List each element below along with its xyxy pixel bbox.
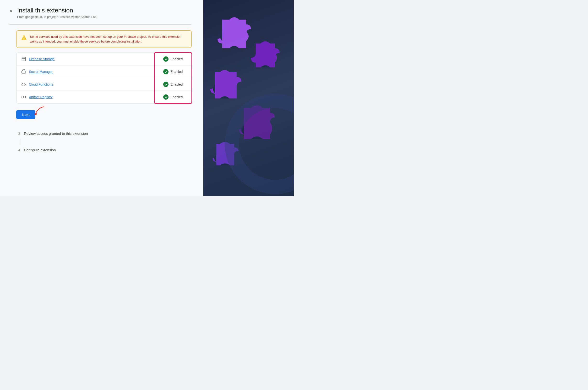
step-number-0: 3 — [16, 132, 20, 136]
page-title: Install this extension — [17, 7, 97, 14]
steps-below: 3 Review access granted to this extensio… — [16, 129, 192, 155]
service-left-3: Artifact Registry — [21, 94, 52, 100]
step-number-1: 4 — [16, 148, 20, 152]
service-status-3: Enabled — [163, 95, 187, 100]
check-circle-3 — [163, 95, 168, 100]
service-status-1: Enabled — [163, 69, 187, 74]
puzzle-piece-2 — [251, 41, 280, 67]
service-name-2[interactable]: Cloud Functions — [29, 82, 53, 86]
service-status-0: Enabled — [163, 56, 187, 62]
check-circle-1 — [163, 69, 168, 74]
check-circle-0 — [163, 56, 168, 62]
puzzle-piece-3 — [210, 70, 242, 98]
service-left-2: Cloud Functions — [21, 82, 53, 87]
check-circle-2 — [163, 82, 168, 87]
header-divider — [9, 24, 192, 25]
svg-point-2 — [23, 97, 24, 98]
service-row-3: Artifact Registry Enabled — [16, 91, 192, 103]
warning-text: Some services used by this extension hav… — [30, 34, 187, 44]
next-button[interactable]: Next — [16, 110, 35, 119]
services-container: Firebase Storage Enabled Secret Manager — [16, 52, 192, 103]
next-button-container: Next — [16, 110, 35, 119]
warning-box: ⚠️ Some services used by this extension … — [16, 30, 192, 48]
status-label-1: Enabled — [170, 70, 183, 74]
step-item-0: 3 Review access granted to this extensio… — [16, 129, 192, 138]
step-label-0: Review access granted to this extension — [24, 131, 88, 136]
service-name-1[interactable]: Secret Manager — [29, 70, 53, 74]
puzzle-scene — [203, 0, 294, 196]
left-panel: × Install this extension From googleclou… — [0, 0, 203, 196]
step-content: ⚠️ Some services used by this extension … — [16, 30, 192, 155]
service-name-3[interactable]: Artifact Registry — [29, 95, 52, 99]
service-icon-2 — [21, 82, 27, 87]
service-row-1: Secret Manager Enabled — [16, 65, 192, 78]
status-label-3: Enabled — [170, 95, 183, 99]
close-button[interactable]: × — [9, 7, 13, 15]
header: × Install this extension From googleclou… — [9, 7, 192, 19]
service-icon-3 — [21, 94, 27, 100]
status-label-2: Enabled — [170, 82, 183, 86]
page-subtitle: From googlecloud, in project 'Firestore … — [17, 15, 97, 19]
service-name-0[interactable]: Firebase Storage — [29, 57, 54, 61]
service-icon-1 — [21, 69, 27, 75]
step-label-1: Configure extension — [24, 148, 56, 152]
puzzle-svg — [203, 0, 294, 196]
service-row-2: Cloud Functions Enabled — [16, 78, 192, 91]
service-status-2: Enabled — [163, 82, 187, 87]
warning-icon: ⚠️ — [21, 35, 27, 44]
svg-rect-0 — [22, 57, 26, 61]
arrow-annotation — [34, 106, 45, 115]
right-panel — [203, 0, 294, 196]
service-row-0: Firebase Storage Enabled — [16, 53, 192, 65]
step-item-1: 4 Configure extension — [16, 145, 192, 155]
status-label-0: Enabled — [170, 57, 183, 61]
puzzle-piece-1 — [217, 17, 251, 48]
svg-rect-1 — [22, 71, 26, 73]
service-left-0: Firebase Storage — [21, 56, 54, 62]
step-connector-1 — [20, 138, 20, 145]
header-text: Install this extension From googlecloud,… — [17, 7, 97, 19]
service-left-1: Secret Manager — [21, 69, 53, 75]
service-icon-0 — [21, 56, 27, 62]
